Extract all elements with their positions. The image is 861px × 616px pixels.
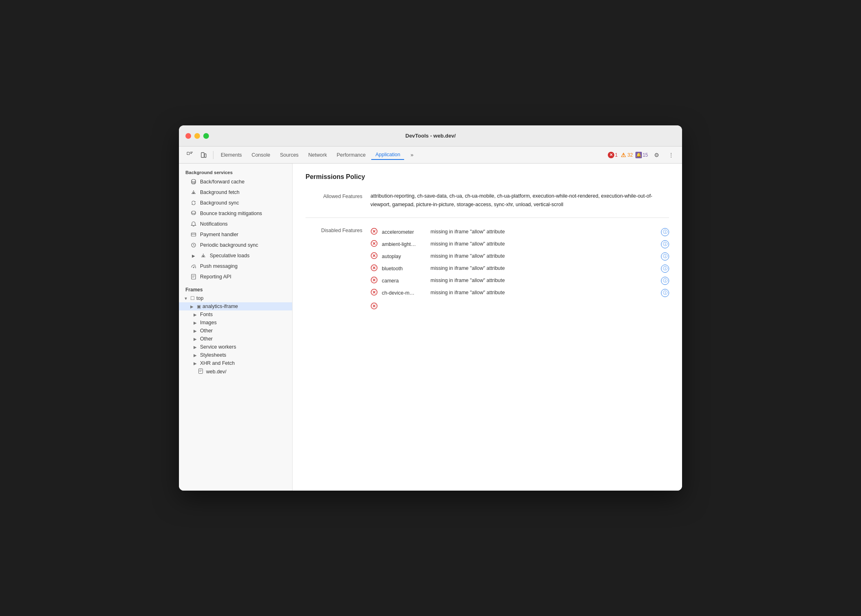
tab-console[interactable]: Console [248, 151, 274, 159]
main-panel: Permissions Policy Allowed Features attr… [293, 164, 682, 491]
toolbar-right: ✕ 1 ⚠ 32 🔔 15 ⚙ ⋮ [608, 149, 677, 161]
backforward-icon [190, 179, 197, 185]
svg-point-7 [193, 267, 194, 268]
frame-analytics[interactable]: ▶ ▣ analytics-iframe [179, 302, 292, 310]
bluetooth-name: bluetooth [382, 266, 426, 271]
error-icon: ✕ [608, 152, 614, 158]
svg-rect-9 [199, 369, 203, 374]
svg-point-3 [192, 179, 196, 182]
autoplay-info-link[interactable]: ⓘ [661, 252, 669, 261]
reporting-icon [190, 274, 197, 280]
frame-other2-arrow: ▶ [194, 337, 198, 341]
frame-other2-label: Other [200, 336, 213, 342]
frame-other-2[interactable]: ▶ Other [179, 335, 292, 343]
frame-stylesheets[interactable]: ▶ Stylesheets [179, 351, 292, 359]
frame-webdev[interactable]: web.dev/ [179, 367, 292, 376]
error-badge[interactable]: ✕ 1 [608, 152, 618, 158]
accelerometer-info-link[interactable]: ⓘ [661, 228, 669, 236]
frame-xhr[interactable]: ▶ XHR and Fetch [179, 359, 292, 367]
disabled-features-section: Disabled Features accelerometer missing … [306, 223, 669, 316]
sidebar-item-bgfetch[interactable]: Background fetch [181, 187, 291, 198]
close-button[interactable] [185, 133, 191, 139]
bg-services-title: Background services [179, 167, 292, 177]
camera-name: camera [382, 278, 426, 284]
more-tabs-button[interactable]: » [406, 149, 418, 161]
frame-images-label: Images [200, 320, 217, 325]
main-content: Background services Back/forward cache [179, 164, 682, 491]
frame-fonts-label: Fonts [200, 312, 213, 317]
feature-row-autoplay: autoplay missing in iframe "allow" attri… [370, 250, 669, 263]
frame-images-arrow: ▶ [194, 321, 198, 325]
sidebar-item-speculative[interactable]: ▶ Speculative loads [181, 250, 291, 261]
chdevice-name: ch-device-m… [382, 290, 426, 296]
frame-top-label: top [196, 295, 203, 301]
svg-rect-2 [204, 154, 206, 157]
frame-top-icon: ☐ [190, 295, 195, 301]
maximize-button[interactable] [203, 133, 209, 139]
sidebar-item-bounce[interactable]: Bounce tracking mitigations [181, 208, 291, 219]
allowed-features-section: Allowed Features attribution-reporting, … [306, 189, 669, 213]
bgsync-label: Background sync [200, 200, 239, 206]
sidebar-item-reporting[interactable]: Reporting API [181, 271, 291, 282]
frame-analytics-label: analytics-iframe [202, 304, 238, 309]
more-options-button[interactable]: ⋮ [665, 149, 677, 161]
sidebar-item-bgsync[interactable]: Background sync [181, 198, 291, 208]
allowed-features-value: attribution-reporting, ch-save-data, ch-… [370, 192, 669, 209]
feature-row-accelerometer: accelerometer missing in iframe "allow" … [370, 226, 669, 238]
inspect-icon[interactable] [184, 149, 196, 161]
chdevice-info-link[interactable]: ⓘ [661, 289, 669, 297]
frame-webdev-label: web.dev/ [206, 369, 226, 375]
error-count: 1 [615, 152, 618, 158]
traffic-lights [185, 133, 209, 139]
frame-fonts[interactable]: ▶ Fonts [179, 310, 292, 319]
toolbar: Elements Console Sources Network Perform… [179, 146, 682, 164]
bluetooth-info-link[interactable]: ⓘ [661, 265, 669, 273]
frame-serviceworkers[interactable]: ▶ Service workers [179, 343, 292, 351]
push-icon [190, 263, 197, 269]
frames-title: Frames [179, 282, 292, 294]
tab-application[interactable]: Application [371, 150, 404, 160]
tab-elements[interactable]: Elements [217, 151, 246, 159]
ambient-error-icon [370, 240, 378, 249]
reporting-label: Reporting API [200, 274, 231, 280]
sidebar-item-push[interactable]: Push messaging [181, 261, 291, 271]
autoplay-reason: missing in iframe "allow" attribute [430, 252, 657, 260]
device-toggle-icon[interactable] [198, 149, 210, 161]
speculative-icon: ▶ [190, 252, 197, 259]
titlebar: DevTools - web.dev/ [179, 125, 682, 146]
sidebar-item-periodicbgsync[interactable]: Periodic background sync [181, 240, 291, 250]
sidebar-item-notifications[interactable]: Notifications [181, 219, 291, 229]
feature-row-ambient: ambient-light… missing in iframe "allow"… [370, 238, 669, 250]
frame-images[interactable]: ▶ Images [179, 319, 292, 327]
camera-reason: missing in iframe "allow" attribute [430, 277, 657, 284]
svg-rect-1 [201, 153, 204, 157]
notifications-label: Notifications [200, 221, 228, 227]
ambient-info-link[interactable]: ⓘ [661, 240, 669, 248]
toolbar-separator [213, 151, 213, 159]
warning-badge[interactable]: ⚠ 32 [620, 152, 633, 158]
sidebar-item-payment[interactable]: Payment handler [181, 229, 291, 240]
svg-point-4 [192, 211, 196, 213]
svg-rect-5 [192, 233, 196, 236]
frame-top[interactable]: ▼ ☐ top [179, 294, 292, 302]
settings-button[interactable]: ⚙ [650, 149, 663, 161]
info-badge[interactable]: 🔔 15 [635, 152, 648, 158]
info-count: 15 [643, 152, 648, 158]
svg-rect-0 [187, 152, 189, 155]
tab-network[interactable]: Network [304, 151, 331, 159]
tab-sources[interactable]: Sources [276, 151, 303, 159]
svg-rect-8 [192, 274, 196, 279]
warning-count: 32 [627, 152, 633, 158]
chdevice-reason: missing in iframe "allow" attribute [430, 289, 657, 297]
feature-row-camera: camera missing in iframe "allow" attribu… [370, 275, 669, 287]
window-title: DevTools - web.dev/ [405, 133, 456, 139]
payment-icon [190, 231, 197, 238]
tab-performance[interactable]: Performance [333, 151, 370, 159]
sidebar-item-backforward[interactable]: Back/forward cache [181, 177, 291, 187]
frame-other-1[interactable]: ▶ Other [179, 327, 292, 335]
frame-css-label: Stylesheets [200, 352, 226, 358]
bgsync-icon [190, 200, 197, 206]
feature-row-bluetooth: bluetooth missing in iframe "allow" attr… [370, 263, 669, 275]
minimize-button[interactable] [194, 133, 200, 139]
camera-info-link[interactable]: ⓘ [661, 277, 669, 285]
